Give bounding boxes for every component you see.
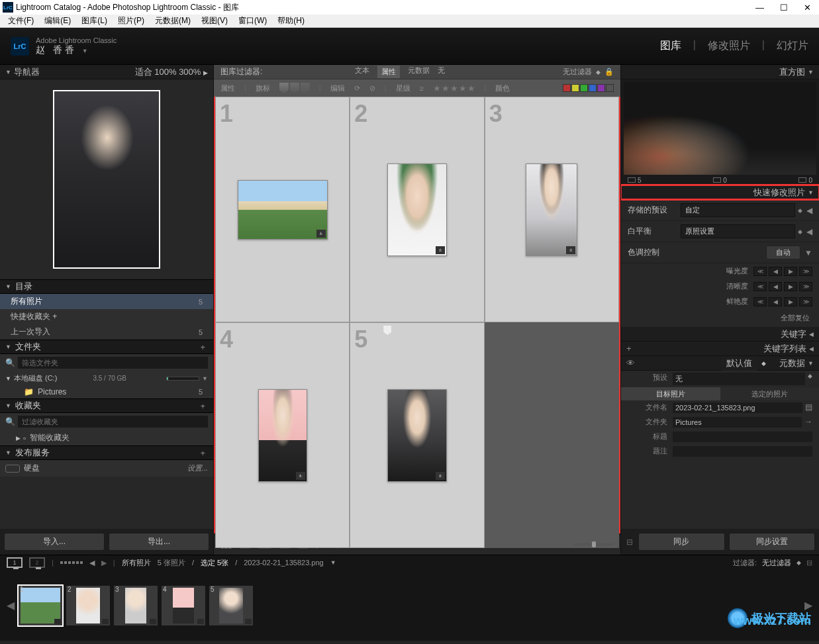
metadata-tab-selected[interactable]: 选定的照片 (720, 387, 820, 400)
exposure-increase-large[interactable]: ≫ (799, 267, 812, 276)
menu-help[interactable]: 帮助(H) (272, 15, 310, 26)
expand-wb[interactable]: ◀ (806, 227, 812, 236)
clarity-decrease-large[interactable]: ≪ (753, 282, 767, 291)
smart-collections[interactable]: ▶ ▫ 智能收藏夹 (0, 430, 213, 445)
filmstrip-thumb-3[interactable]: 3 (114, 586, 158, 625)
collapse-tone[interactable]: ▼ (804, 248, 812, 257)
add-folder-button[interactable]: + (197, 342, 208, 352)
color-blue[interactable] (589, 84, 597, 92)
filmstrip-left-arrow[interactable]: ◀ (7, 599, 15, 612)
histogram-header[interactable]: 直方图 ▼ (621, 65, 819, 79)
publish-header[interactable]: ▼ 发布服务 + (0, 445, 213, 460)
add-collection-button[interactable]: + (197, 401, 208, 411)
thumbnail-5[interactable]: ± (387, 389, 447, 482)
grid-cell-5[interactable]: 5 ± (350, 322, 484, 548)
publish-harddrive[interactable]: 硬盘 设置... (0, 460, 213, 477)
module-develop[interactable]: 修改照片 (708, 39, 750, 53)
metadata-preset-dropdown[interactable]: 无 (673, 373, 805, 385)
keywords-header[interactable]: 关键字 ◀ (621, 327, 819, 342)
meta-title-field[interactable] (673, 432, 812, 442)
exposure-decrease-large[interactable]: ≪ (753, 267, 767, 276)
star-5[interactable]: ★ (467, 83, 475, 93)
module-library[interactable]: 图库 (660, 39, 681, 53)
add-keyword-button[interactable]: + (626, 344, 632, 353)
sync-button[interactable]: 同步 (638, 533, 725, 551)
add-publish-button[interactable]: + (197, 448, 208, 458)
minimize-button[interactable]: — (755, 3, 764, 13)
module-slideshow[interactable]: 幻灯片 (777, 39, 808, 53)
export-button[interactable]: 导出... (109, 533, 209, 551)
reset-all-button[interactable]: 全部复位 (781, 314, 810, 322)
saved-preset-dropdown[interactable]: 自定 (681, 203, 795, 217)
catalog-header[interactable]: ▼ 目录 (0, 279, 213, 294)
goto-file-icon[interactable]: ▤ (805, 402, 812, 413)
filmstrip-thumb-1[interactable]: 1 (19, 586, 62, 625)
thumbnail-2[interactable]: ± (387, 163, 447, 256)
navigator-preview[interactable] (53, 90, 160, 269)
folders-header[interactable]: ▼ 文件夹 + (0, 340, 213, 354)
thumbnail-4[interactable]: ± (258, 389, 307, 482)
metadata-tab-target[interactable]: 目标照片 (621, 387, 720, 400)
color-red[interactable] (563, 84, 571, 92)
edited-icon[interactable]: ⟳ (354, 84, 360, 93)
filter-folders-input[interactable] (18, 357, 208, 369)
eye-icon[interactable]: 👁 (626, 358, 635, 368)
catalog-all-photos[interactable]: 所有照片 5 (0, 294, 213, 309)
filter-toggle-icon[interactable]: ⊟ (806, 559, 812, 567)
vibrance-decrease[interactable]: ◀ (769, 297, 782, 306)
quick-develop-header[interactable]: 快速修改照片 ▼ (621, 185, 819, 200)
expand-preset[interactable]: ◀ (806, 206, 812, 215)
filter-tab-attribute[interactable]: 属性 (377, 66, 400, 78)
primary-monitor-icon[interactable]: 1 (7, 557, 23, 568)
lock-icon[interactable]: 🔒 (604, 68, 614, 76)
auto-tone-button[interactable]: 自动 (766, 246, 800, 259)
thumbnail-size-slider[interactable] (574, 543, 614, 545)
collections-header[interactable]: ▼ 收藏夹 + (0, 398, 213, 413)
flag-rejected-icon[interactable] (301, 83, 310, 93)
menu-view[interactable]: 视图(V) (196, 15, 233, 26)
vibrance-decrease-large[interactable]: ≪ (753, 297, 767, 306)
color-purple[interactable] (597, 84, 605, 92)
color-yellow[interactable] (571, 84, 579, 92)
maximize-button[interactable]: ☐ (780, 3, 788, 13)
fs-filter-dropdown[interactable]: 无过滤器 (762, 558, 791, 568)
go-forward-button[interactable]: ▶ (101, 559, 107, 567)
folder-pictures[interactable]: 📁 Pictures 5 (0, 385, 213, 398)
zoom-100[interactable]: 100% (154, 67, 176, 77)
color-green[interactable] (580, 84, 588, 92)
metadata-set-dropdown[interactable]: 默认值 (721, 356, 757, 371)
folder-field[interactable]: Pictures (673, 417, 802, 428)
star-3[interactable]: ★ (450, 83, 458, 93)
no-filter-dropdown[interactable]: 无过滤器 (563, 67, 592, 77)
star-1[interactable]: ★ (433, 83, 441, 93)
catalog-previous-import[interactable]: 上一次导入 5 (0, 324, 213, 340)
filename-field[interactable]: 2023-02-21_135823.png (673, 402, 802, 413)
color-none[interactable] (606, 84, 614, 92)
zoom-300[interactable]: 300% (179, 67, 201, 77)
thumbnail-3[interactable]: ± (526, 163, 577, 256)
flag-unflagged-icon[interactable] (290, 83, 299, 93)
filter-tab-text[interactable]: 文本 (355, 66, 369, 78)
filmstrip-thumb-5[interactable]: 5 (209, 586, 253, 625)
menu-file[interactable]: 文件(F) (3, 15, 39, 26)
flag-picked-icon[interactable] (279, 83, 289, 93)
navigator-header[interactable]: ▼ 导航器 适合 100% 300% ▶ (0, 65, 213, 79)
rating-operator[interactable]: ≥ (420, 84, 424, 92)
sync-settings-button[interactable]: 同步设置 (729, 533, 816, 551)
goto-folder-icon[interactable]: → (804, 417, 812, 428)
source-label[interactable]: 所有照片 (122, 558, 151, 568)
grid-cell-2[interactable]: 2 ± (350, 97, 484, 322)
vibrance-increase[interactable]: ▶ (784, 297, 797, 306)
meta-caption-field[interactable] (673, 446, 812, 457)
sync-switch-icon[interactable]: ⊟ (625, 533, 634, 551)
filmstrip-thumb-2[interactable]: 2 (66, 586, 110, 625)
histogram[interactable] (624, 82, 816, 175)
star-4[interactable]: ★ (459, 83, 467, 93)
grid-cell-1[interactable]: 1 ± (215, 97, 350, 322)
grid-cell-3[interactable]: 3 ± (485, 97, 619, 322)
star-2[interactable]: ★ (442, 83, 450, 93)
go-back-button[interactable]: ◀ (89, 559, 95, 567)
menu-library[interactable]: 图库(L) (76, 15, 113, 26)
import-button[interactable]: 导入... (4, 533, 105, 551)
metadata-header[interactable]: 👁 默认值 ◆ 元数据 ▼ (621, 356, 819, 371)
